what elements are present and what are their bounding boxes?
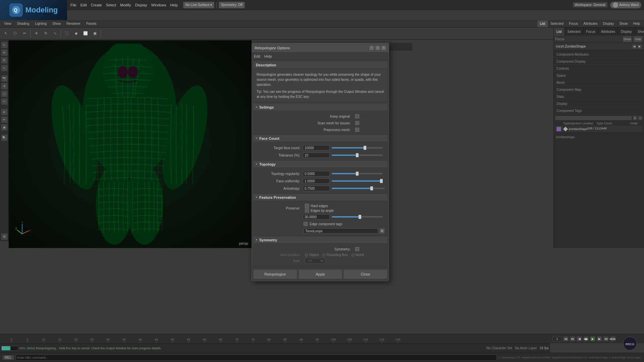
torsoloops-input[interactable] [304,228,378,234]
move-icon-btn[interactable]: ✛ [1,49,8,56]
edge-tags-checkbox[interactable]: ✓ [304,222,308,226]
step-fwd-btn[interactable]: ▶ [597,336,602,342]
symmetry-btn[interactable]: Symmetry: Off [219,2,245,8]
preprocess-checkbox[interactable]: ✓ [355,128,359,132]
prev-btn[interactable]: ⏭ [570,336,575,342]
next-btn[interactable]: ▶ [637,44,642,49]
menu-create[interactable]: Create [91,3,102,7]
rp-tab-attributes[interactable]: Attributes [598,27,618,36]
target-face-slider[interactable] [332,147,383,148]
retopo-menu-help[interactable]: Help [264,54,272,58]
uniformity-slider[interactable] [332,180,383,182]
anisotropy-handle[interactable] [370,186,373,190]
user-badge[interactable]: Antony Ward [610,2,641,8]
scale-icon-btn[interactable]: ⤡ [1,65,8,71]
menu-select[interactable]: Select [106,3,116,7]
search-icon-btn[interactable]: 🔍 [1,134,8,141]
tab-display[interactable]: Display [600,20,617,27]
menu-file[interactable]: File [70,3,76,7]
tab-selected[interactable]: Selected [548,20,566,27]
description-header[interactable]: Description [253,61,387,69]
paint-select-btn[interactable]: ✏ [20,29,29,38]
bridge-btn[interactable]: ⬜ [81,29,90,38]
select-icon-btn[interactable]: ↖ [1,42,8,48]
keep-original-checkbox[interactable] [355,114,359,118]
rotate-tool-btn[interactable]: ↻ [41,29,50,38]
tab-help[interactable]: Help [630,20,643,27]
topology-header[interactable]: ▾ Topology [253,161,387,168]
tag-filter[interactable] [555,116,632,120]
curve-icon-btn[interactable]: 〜 [1,98,8,105]
object-radio[interactable] [305,253,308,257]
menu-edit[interactable]: Edit [80,3,87,7]
rotate-icon-btn[interactable]: ↻ [1,57,8,64]
mesh-icon-btn[interactable]: ⬡ [1,90,8,97]
regularity-handle[interactable] [356,172,359,176]
menu-display[interactable]: Display [135,3,147,7]
retopo-menu-edit[interactable]: Edit [254,54,260,58]
rp-tab-focus[interactable]: Focus [583,27,598,36]
next-next-btn[interactable]: ⏭⏭ [610,336,615,342]
move-tool-btn[interactable]: ✛ [32,29,41,38]
rp-tab-show[interactable]: Show [635,27,644,36]
light-icon-btn[interactable]: ☀ [1,83,8,89]
table-row[interactable]: ZombieShape 928 / 1112448 1 [555,126,643,132]
menu-view[interactable]: View [1,20,14,27]
tab-focus[interactable]: Focus [566,20,581,27]
sculpt-icon-btn[interactable]: ◉ [1,124,8,131]
edges-by-angle-checkbox[interactable] [305,208,309,213]
target-face-input[interactable] [303,145,330,150]
axis-dropdown[interactable]: +Y -Y +X -X [305,258,325,263]
prev-prev-btn[interactable]: ⏮ [563,336,569,342]
prev-btn[interactable]: ◀ [632,44,637,49]
play-btn[interactable]: ▶ [590,336,595,342]
menu-lighting[interactable]: Lighting [32,20,49,27]
lasso-tool-btn[interactable]: ⬡ [11,29,19,38]
tolerance-slider[interactable] [332,155,383,156]
command-input[interactable] [16,355,497,361]
hard-edges-checkbox[interactable] [305,204,309,208]
tab-attributes[interactable]: Attributes [581,20,600,27]
add-tag-btn[interactable]: + [633,116,637,120]
rounding-box-radio[interactable] [322,253,326,257]
tolerance-input[interactable] [303,153,330,158]
select-tool-btn[interactable]: ↖ [1,29,10,38]
play-back-btn[interactable]: ◀▶ [583,336,589,342]
settings-icon-btn[interactable]: ⚙ [1,233,8,240]
scale-tool-btn[interactable]: ⤡ [51,29,59,38]
symmetry-header[interactable]: ▾ Symmetry [253,236,387,244]
step-back-btn[interactable]: ◀ [577,336,582,342]
minimize-btn[interactable]: − [369,46,374,50]
apply-btn[interactable]: Apply [299,269,342,279]
menu-renderer[interactable]: Renderer [64,20,83,27]
camera-icon-btn[interactable]: 📷 [1,75,8,82]
world-radio[interactable] [351,253,355,257]
extrude-btn[interactable]: ⬛ [62,29,71,38]
retopologize-btn[interactable]: Retopologize [253,269,297,279]
face-count-header[interactable]: ▾ Face Count [253,135,387,142]
menu-panels[interactable]: Panels [84,20,99,27]
tolerance-handle[interactable] [356,153,359,157]
material-icon-btn[interactable]: ● [1,109,8,115]
menu-show[interactable]: Show [50,20,63,27]
close-btn[interactable]: Close [343,269,387,279]
menu-windows[interactable]: Windows [151,3,166,7]
anisotropy-slider[interactable] [332,188,385,189]
merge-btn[interactable]: ▣ [91,29,99,38]
symmetry-checkbox[interactable] [355,247,359,251]
uniformity-input[interactable] [303,178,330,184]
paint-icon-btn[interactable]: ✏ [1,116,8,123]
menu-modify[interactable]: Modify [120,3,131,7]
settings-header[interactable]: ▾ Settings [253,104,387,111]
close-dialog-btn[interactable]: × [381,46,386,50]
bevel-btn[interactable]: ◆ [72,29,80,38]
viewport-3d[interactable]: persp Y X Z [9,40,252,248]
hide-btn[interactable]: Hide [633,36,643,43]
current-frame-input[interactable] [552,336,562,342]
anisotropy-input[interactable] [303,186,330,191]
scan-mesh-checkbox[interactable]: ✓ [355,121,359,125]
remove-tag-btn[interactable]: − [638,116,643,120]
uniformity-handle[interactable] [380,179,383,183]
next-btn[interactable]: ⏭ [603,336,609,342]
angle-slider[interactable] [332,216,383,218]
